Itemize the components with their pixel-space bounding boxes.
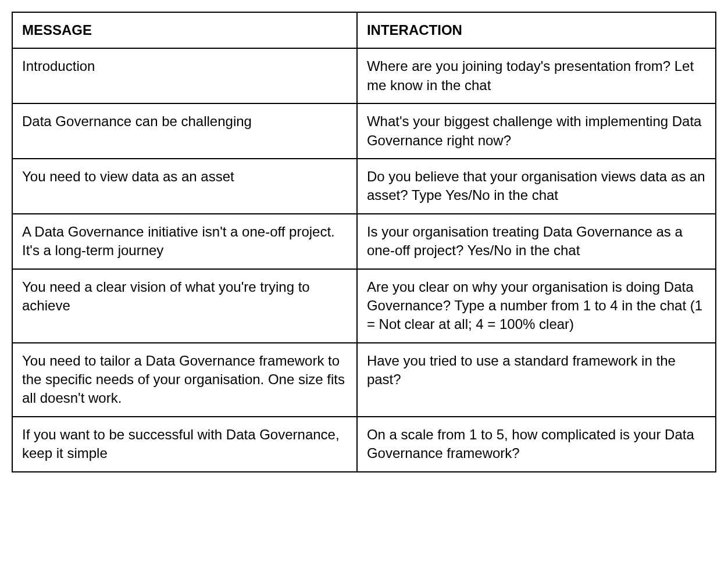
table-header-row: MESSAGE INTERACTION bbox=[12, 12, 716, 48]
cell-message: If you want to be successful with Data G… bbox=[12, 417, 357, 472]
cell-message: You need a clear vision of what you're t… bbox=[12, 269, 357, 343]
cell-interaction: Do you believe that your organisation vi… bbox=[357, 159, 716, 214]
table-row: A Data Governance initiative isn't a one… bbox=[12, 214, 716, 269]
header-interaction: INTERACTION bbox=[357, 12, 716, 48]
cell-interaction: Have you tried to use a standard framewo… bbox=[357, 343, 716, 417]
cell-interaction: Are you clear on why your organisation i… bbox=[357, 269, 716, 343]
table-row: Introduction Where are you joining today… bbox=[12, 48, 716, 103]
table-row: You need to view data as an asset Do you… bbox=[12, 159, 716, 214]
message-interaction-table: MESSAGE INTERACTION Introduction Where a… bbox=[12, 12, 716, 472]
table-row: Data Governance can be challenging What'… bbox=[12, 103, 716, 159]
cell-interaction: Is your organisation treating Data Gover… bbox=[357, 214, 716, 269]
table-row: If you want to be successful with Data G… bbox=[12, 417, 716, 472]
cell-message: You need to tailor a Data Governance fra… bbox=[12, 343, 357, 417]
header-message: MESSAGE bbox=[12, 12, 357, 48]
cell-interaction: What's your biggest challenge with imple… bbox=[357, 103, 716, 159]
table-row: You need a clear vision of what you're t… bbox=[12, 269, 716, 343]
table-row: You need to tailor a Data Governance fra… bbox=[12, 343, 716, 417]
cell-message: Introduction bbox=[12, 48, 357, 103]
cell-interaction: Where are you joining today's presentati… bbox=[357, 48, 716, 103]
cell-message: You need to view data as an asset bbox=[12, 159, 357, 214]
cell-interaction: On a scale from 1 to 5, how complicated … bbox=[357, 417, 716, 472]
cell-message: A Data Governance initiative isn't a one… bbox=[12, 214, 357, 269]
cell-message: Data Governance can be challenging bbox=[12, 103, 357, 159]
